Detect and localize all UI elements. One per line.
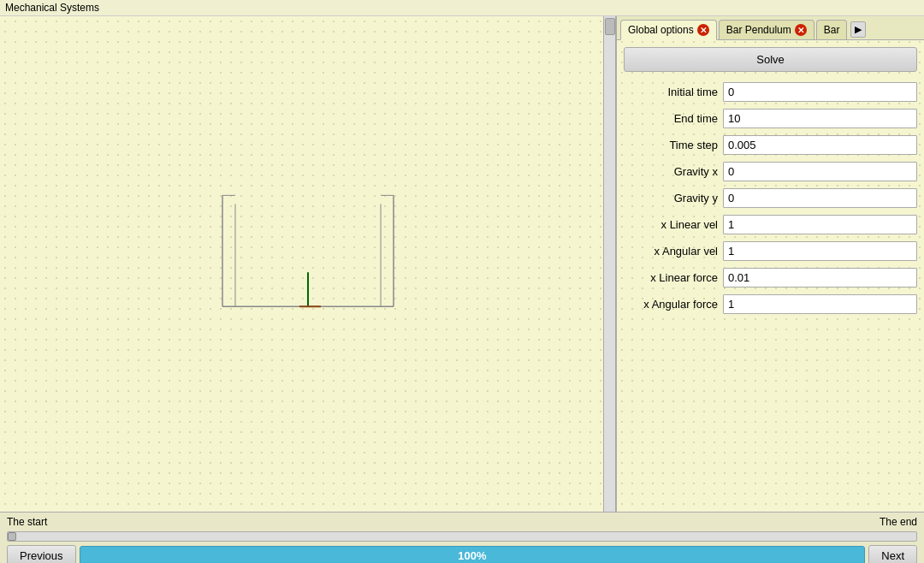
tab-scroll-right-button[interactable]: ▶ [850, 21, 866, 38]
field-input-initial-time[interactable] [723, 82, 917, 102]
field-row: x Linear vel [624, 211, 917, 238]
field-input-x-linear-force[interactable] [723, 268, 917, 287]
field-input-x-angular-force[interactable] [723, 294, 917, 314]
next-button[interactable]: Next [868, 545, 917, 563]
field-label-x-angular-vel: x Angular vel [624, 245, 718, 258]
main-content: Global options ✕ Bar Pendulum ✕ Bar ▶ So… [0, 16, 924, 512]
field-row: x Angular vel [624, 238, 917, 264]
field-label-x-linear-vel: x Linear vel [624, 218, 718, 231]
solve-button[interactable]: Solve [624, 47, 917, 72]
field-input-gravity-x[interactable] [723, 162, 917, 181]
canvas-scrollbar[interactable] [603, 16, 615, 512]
field-input-x-angular-vel[interactable] [723, 241, 917, 261]
timeline-slider[interactable] [7, 531, 917, 542]
field-row: x Linear force [624, 264, 917, 291]
field-label-initial-time: Initial time [624, 86, 718, 98]
canvas-area [0, 16, 616, 512]
field-label-x-angular-force: x Angular force [624, 298, 718, 311]
mechanical-diagram [197, 178, 419, 332]
bottom-bar: The start The end Previous 100% Next [0, 512, 924, 563]
field-row: End time [624, 105, 917, 132]
end-label: The end [880, 516, 917, 528]
timeline-labels: The start The end [7, 516, 917, 528]
field-label-time-step: Time step [624, 139, 718, 151]
tabs-bar: Global options ✕ Bar Pendulum ✕ Bar ▶ [617, 16, 924, 40]
field-input-gravity-y[interactable] [723, 188, 917, 208]
previous-button[interactable]: Previous [7, 545, 76, 563]
field-input-time-step[interactable] [723, 135, 917, 155]
tab-global-options[interactable]: Global options ✕ [620, 20, 717, 40]
field-label-end-time: End time [624, 112, 718, 125]
tab-bar[interactable]: Bar [816, 20, 848, 39]
field-label-gravity-x: Gravity x [624, 165, 718, 178]
panel-content: Solve Initial timeEnd timeTime stepGravi… [617, 40, 924, 512]
progress-bar: 100% [80, 546, 866, 564]
timeline-track [7, 531, 917, 542]
timeline-thumb[interactable] [8, 532, 16, 541]
tab-global-options-label: Global options [628, 24, 694, 36]
field-row: Time step [624, 132, 917, 158]
app-title: Mechanical Systems [5, 2, 99, 14]
tab-global-options-close[interactable]: ✕ [697, 24, 709, 36]
fields-container: Initial timeEnd timeTime stepGravity xGr… [624, 79, 917, 317]
start-label: The start [7, 516, 47, 528]
field-label-gravity-y: Gravity y [624, 192, 718, 204]
tab-bar-pendulum-close[interactable]: ✕ [795, 24, 807, 36]
tab-bar-label: Bar [824, 24, 840, 36]
title-bar: Mechanical Systems [0, 0, 924, 16]
field-row: Gravity y [624, 185, 917, 211]
field-row: Initial time [624, 79, 917, 105]
field-row: Gravity x [624, 158, 917, 185]
field-label-x-linear-force: x Linear force [624, 271, 718, 284]
field-input-end-time[interactable] [723, 109, 917, 128]
tab-bar-pendulum[interactable]: Bar Pendulum ✕ [719, 20, 814, 39]
right-panel: Global options ✕ Bar Pendulum ✕ Bar ▶ So… [616, 16, 924, 512]
progress-value: 100% [458, 549, 486, 562]
bottom-buttons: Previous 100% Next [7, 545, 917, 563]
tab-bar-pendulum-label: Bar Pendulum [726, 24, 791, 36]
field-row: x Angular force [624, 291, 917, 317]
canvas-scroll-thumb[interactable] [605, 18, 615, 35]
diagram-container [197, 178, 419, 335]
field-input-x-linear-vel[interactable] [723, 215, 917, 234]
